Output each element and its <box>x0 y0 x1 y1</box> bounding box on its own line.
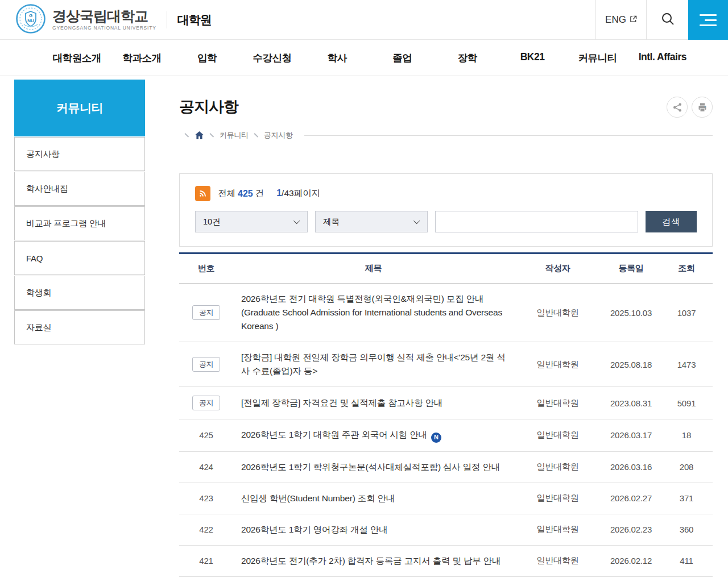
page-indicator: 1/43페이지 <box>276 188 320 199</box>
row-date: 2025.08.18 <box>602 342 660 387</box>
post-title-link[interactable]: 2026학년도 전기(추가 2차) 합격자 등록금 고지서 출력 및 납부 안내 <box>241 556 500 566</box>
global-navigation: 대학원소개 학과소개 입학 수강신청 학사 졸업 장학 BK21 커뮤니티 In… <box>0 40 728 76</box>
breadcrumb-item-community[interactable]: 커뮤니티 <box>220 130 249 140</box>
sidebar-item-academic-guide[interactable]: 학사안내집 <box>14 172 145 206</box>
magnifier-icon <box>660 11 675 28</box>
table-row: 공지[전일제 장학금] 자격요건 및 실적제출 참고사항 안내일반대학원2023… <box>179 387 713 419</box>
nav-item-departments[interactable]: 학과소개 <box>109 51 174 65</box>
post-title-link[interactable]: 2026학년도 1학기 대학원 주관 외국어 시험 안내 <box>241 430 427 439</box>
notice-badge: 공지 <box>192 396 220 410</box>
nav-item-admission[interactable]: 입학 <box>175 51 239 65</box>
university-emblem-icon: G NU <box>16 4 46 36</box>
nav-item-graduate-intro[interactable]: 대학원소개 <box>44 51 109 65</box>
row-author: 일반대학원 <box>514 284 602 342</box>
total-prefix: 전체 <box>218 188 235 199</box>
sidebar-item-student-council[interactable]: 학생회 <box>14 276 145 310</box>
rss-button[interactable] <box>195 186 210 201</box>
row-author: 일반대학원 <box>514 419 602 452</box>
page-size-select[interactable]: 10건 <box>195 211 308 232</box>
search-keyword-input[interactable] <box>435 211 638 232</box>
row-author: 일반대학원 <box>514 451 602 483</box>
nav-item-scholarship[interactable]: 장학 <box>435 51 499 65</box>
table-header-row: 번호 제목 작성자 등록일 조회 <box>179 253 713 284</box>
table-row: 공지[장학금] 대학원 전일제 장학금 의무이행 실적 제출 안내<'25년 2… <box>179 342 713 387</box>
post-title-link[interactable]: 2026학년도 전기 대학원 특별전형(외국인&재외국민) 모집 안내 (Gra… <box>241 294 502 331</box>
row-views: 1473 <box>660 342 713 387</box>
nav-item-community[interactable]: 커뮤니티 <box>565 51 630 65</box>
svg-text:NU: NU <box>27 18 34 23</box>
nav-item-graduation[interactable]: 졸업 <box>370 51 435 65</box>
notice-board-table: 번호 제목 작성자 등록일 조회 공지2026학년도 전기 대학원 특별전형(외… <box>179 252 713 577</box>
nav-item-intl-affairs[interactable]: Intl. Affairs <box>630 51 695 65</box>
row-number: 421 <box>179 545 233 576</box>
chevron-down-icon <box>293 218 300 224</box>
sidebar-item-faq[interactable]: FAQ <box>14 241 145 275</box>
nav-item-bk21[interactable]: BK21 <box>500 51 565 65</box>
search-submit-button[interactable]: 검색 <box>646 211 697 232</box>
board-filter-box: 전체 425 건 1/43페이지 10건 제목 검색 <box>179 173 713 247</box>
hamburger-menu-button[interactable] <box>688 0 728 40</box>
content: 공지사항 <box>179 80 713 577</box>
row-views: 1037 <box>660 284 713 342</box>
hamburger-icon <box>700 14 717 16</box>
post-title-link[interactable]: 신입생 학번(Student Number) 조회 안내 <box>241 493 395 503</box>
row-views: 360 <box>660 514 713 545</box>
share-nodes-icon <box>672 102 682 113</box>
printer-icon <box>697 102 708 113</box>
table-row: 4242026학년도 1학기 학위청구논문(석사대체실적포함) 심사 일정 안내… <box>179 451 713 483</box>
language-switch-link[interactable]: ENG <box>595 0 647 40</box>
sidebar-item-extracurricular[interactable]: 비교과 프로그램 안내 <box>14 206 145 240</box>
board-search-row: 10건 제목 검색 <box>195 211 697 232</box>
main-wrap: 커뮤니티 공지사항 학사안내집 비교과 프로그램 안내 FAQ 학생회 자료실 … <box>0 76 728 577</box>
header-utilities: ENG <box>595 0 728 40</box>
share-button[interactable] <box>667 97 688 118</box>
nav-item-academics[interactable]: 학사 <box>305 51 370 65</box>
university-logo[interactable]: G NU 경상국립대학교 GYEONGSANG NATIONAL UNIVERS… <box>16 4 156 36</box>
row-date: 2026.02.12 <box>602 545 660 576</box>
row-date: 2026.03.16 <box>602 451 660 483</box>
table-row: 공지2026학년도 전기 대학원 특별전형(외국인&재외국민) 모집 안내 (G… <box>179 284 713 342</box>
row-date: 2026.03.17 <box>602 419 660 452</box>
column-header-date: 등록일 <box>602 253 660 284</box>
breadcrumb-item-notices[interactable]: 공지사항 <box>264 130 293 140</box>
row-views: 371 <box>660 483 713 514</box>
column-header-views: 조회 <box>660 253 713 284</box>
site-header: G NU 경상국립대학교 GYEONGSANG NATIONAL UNIVERS… <box>0 0 728 40</box>
column-header-title: 제목 <box>233 253 514 284</box>
row-author: 일반대학원 <box>514 545 602 576</box>
total-suffix: 건 <box>255 188 264 199</box>
logo-text: 경상국립대학교 GYEONGSANG NATIONAL UNIVERSITY <box>52 9 156 31</box>
nav-item-course-registration[interactable]: 수강신청 <box>239 51 304 65</box>
row-author: 일반대학원 <box>514 342 602 387</box>
post-title-link[interactable]: [장학금] 대학원 전일제 장학금 의무이행 실적 제출 안내<'25년 2월 … <box>241 352 506 376</box>
header-search-button[interactable] <box>647 0 688 40</box>
row-number: 422 <box>179 514 233 545</box>
logo-divider <box>167 11 167 28</box>
table-row: 4212026학년도 전기(추가 2차) 합격자 등록금 고지서 출력 및 납부… <box>179 545 713 576</box>
column-header-number: 번호 <box>179 253 233 284</box>
row-number: 423 <box>179 483 233 514</box>
sidebar-item-resources[interactable]: 자료실 <box>14 310 145 344</box>
row-date: 2023.08.31 <box>602 387 660 419</box>
notice-badge: 공지 <box>192 305 220 320</box>
chevron-down-icon <box>413 218 420 224</box>
post-title-link[interactable]: 2026학년도 1학기 학위청구논문(석사대체실적포함) 심사 일정 안내 <box>241 462 500 472</box>
post-title-link[interactable]: [전일제 장학금] 자격요건 및 실적제출 참고사항 안내 <box>241 398 442 408</box>
home-icon[interactable] <box>195 131 204 140</box>
row-views: 5091 <box>660 387 713 419</box>
print-button[interactable] <box>692 97 713 118</box>
language-label: ENG <box>605 14 626 26</box>
site-title[interactable]: 대학원 <box>177 12 212 28</box>
page-head: 공지사항 <box>179 80 713 118</box>
sidebar: 커뮤니티 공지사항 학사안내집 비교과 프로그램 안내 FAQ 학생회 자료실 <box>14 80 145 577</box>
board-total-row: 전체 425 건 1/43페이지 <box>195 186 697 201</box>
post-title-link[interactable]: 2026학년도 1학기 영어강좌 개설 안내 <box>241 525 387 534</box>
search-field-select[interactable]: 제목 <box>315 211 428 232</box>
university-name: 경상국립대학교 <box>52 9 156 24</box>
page-actions <box>667 97 713 118</box>
table-row: 4252026학년도 1학기 대학원 주관 외국어 시험 안내N일반대학원202… <box>179 419 713 452</box>
row-date: 2026.02.23 <box>602 514 660 545</box>
sidebar-item-notices[interactable]: 공지사항 <box>14 137 145 171</box>
row-number: 424 <box>179 451 233 483</box>
breadcrumb-separator <box>185 133 189 137</box>
